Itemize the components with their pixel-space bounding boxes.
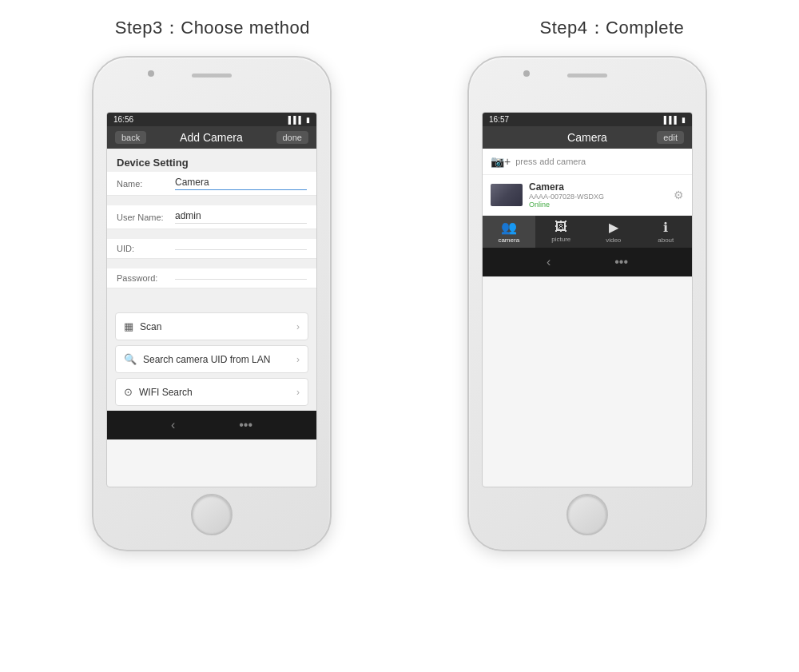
search-uid-label: Search camera UID from LAN (143, 354, 270, 365)
phone1-frame: 16:56 ▌▌▌ ▮ back Add Camera done Device … (92, 56, 332, 551)
username-input[interactable]: admin (175, 210, 307, 224)
tab-video-icon: ▶ (609, 220, 618, 235)
phone1-dots-nav[interactable]: ••• (239, 418, 252, 432)
gap2 (107, 229, 316, 239)
add-camera-icon: 📷+ (491, 155, 511, 168)
tab-video-label: video (606, 237, 621, 244)
phone2-dots-nav[interactable]: ••• (614, 255, 628, 269)
password-label: Password: (117, 273, 169, 283)
phone2-tab-bar: 👥 camera 🖼 picture ▶ video ℹ about (483, 216, 692, 248)
scan-menu-left: ▦ Scan (124, 320, 161, 332)
phone1-done-button[interactable]: done (276, 131, 308, 144)
password-input[interactable] (175, 277, 307, 280)
phone2-bottom-bar: ‹ ••• (483, 248, 692, 276)
phone2-battery: ▮ (682, 116, 686, 124)
phone2-screen: 16:57 ▌▌▌ ▮ Camera edit 📷+ press add cam… (482, 112, 693, 487)
search-uid-menu-item[interactable]: 🔍 Search camera UID from LAN › (115, 345, 308, 373)
step4-title: Step4：Complete (540, 16, 685, 40)
phone2-status-bar: 16:57 ▌▌▌ ▮ (483, 113, 692, 126)
tab-camera-icon: 👥 (501, 220, 517, 235)
uid-input[interactable] (175, 248, 307, 250)
page-header: Step3：Choose method Step4：Complete (0, 16, 799, 40)
username-field-row: User Name: admin (107, 205, 316, 229)
uid-field-row: UID: (107, 239, 316, 259)
camera-settings-icon[interactable]: ⚙ (674, 189, 684, 201)
add-camera-text: press add camera (515, 157, 586, 166)
phone2-speaker (567, 74, 607, 78)
phone1-time: 16:56 (113, 115, 133, 124)
phone2-content: 📷+ press add camera Camera AAAA-007028-W… (483, 149, 692, 216)
phone2-home-button[interactable] (566, 494, 608, 535)
phone2-signal: ▌▌▌ (664, 116, 679, 124)
phone2-time: 16:57 (489, 115, 509, 124)
username-label: User Name: (117, 213, 169, 222)
name-input[interactable]: Camera (175, 177, 307, 190)
wifi-icon: ⊙ (124, 386, 133, 398)
tab-about-label: about (658, 237, 674, 244)
tab-video[interactable]: ▶ video (587, 216, 640, 248)
camera-thumb-image (491, 184, 523, 206)
tab-camera[interactable]: 👥 camera (483, 216, 535, 248)
phone1-nav-bar: back Add Camera done (107, 126, 316, 149)
phone1-status-icons: ▌▌▌ ▮ (288, 116, 310, 124)
device-setting-title: Device Setting (107, 149, 316, 172)
tab-picture-icon: 🖼 (555, 220, 567, 234)
phone1-nav-title: Add Camera (180, 131, 243, 144)
scan-chevron: › (296, 321, 300, 332)
phone1-back-nav[interactable]: ‹ (171, 418, 175, 432)
scan-icon: ▦ (124, 320, 133, 332)
wifi-search-left: ⊙ WIFI Search (124, 386, 193, 398)
phone1-home-button[interactable] (191, 494, 233, 535)
gap4 (107, 288, 316, 298)
camera-info: Camera AAAA-007028-WSDXG Online (529, 181, 667, 209)
phone1-signal: ▌▌▌ (288, 116, 304, 124)
gap3 (107, 259, 316, 268)
password-field-row: Password: (107, 268, 316, 288)
phones-container: 16:56 ▌▌▌ ▮ back Add Camera done Device … (0, 56, 799, 551)
phone1-speaker (192, 74, 232, 78)
search-uid-chevron: › (296, 354, 300, 365)
gap1 (107, 196, 316, 205)
phone2-camera (523, 70, 530, 77)
tab-picture[interactable]: 🖼 picture (535, 216, 588, 248)
tab-about-icon: ℹ (663, 220, 668, 235)
wifi-chevron: › (296, 387, 300, 398)
uid-label: UID: (117, 244, 169, 253)
name-label: Name: (117, 179, 169, 189)
add-camera-row[interactable]: 📷+ press add camera (483, 149, 692, 175)
phone2-back-nav[interactable]: ‹ (547, 255, 551, 269)
phone1-content: Device Setting Name: Camera User Name: a… (107, 149, 316, 411)
phone2-nav-title: Camera (567, 131, 607, 144)
search-uid-left: 🔍 Search camera UID from LAN (124, 353, 270, 365)
camera-thumbnail (491, 184, 523, 206)
phone2-status-icons: ▌▌▌ ▮ (664, 116, 686, 124)
step3-title: Step3：Choose method (115, 16, 310, 40)
tab-picture-label: picture (551, 236, 570, 243)
phone2-nav-bar: Camera edit (483, 126, 692, 149)
scan-label: Scan (140, 321, 161, 332)
phone1-status-bar: 16:56 ▌▌▌ ▮ (107, 113, 316, 126)
phone1-bottom-bar: ‹ ••• (107, 411, 316, 439)
search-icon: 🔍 (124, 353, 137, 365)
tab-camera-label: camera (498, 237, 519, 244)
camera-list-item[interactable]: Camera AAAA-007028-WSDXG Online ⚙ (483, 175, 692, 216)
gap5 (107, 298, 316, 308)
phone1-screen: 16:56 ▌▌▌ ▮ back Add Camera done Device … (106, 112, 317, 487)
wifi-search-label: WIFI Search (139, 387, 193, 398)
phone2-frame: 16:57 ▌▌▌ ▮ Camera edit 📷+ press add cam… (467, 56, 707, 551)
phone2-edit-button[interactable]: edit (657, 131, 684, 144)
phone1-battery: ▮ (306, 116, 310, 124)
phone1-camera (148, 70, 154, 77)
tab-about[interactable]: ℹ about (640, 216, 693, 248)
camera-status: Online (529, 201, 667, 209)
camera-uid: AAAA-007028-WSDXG (529, 193, 667, 201)
name-field-row: Name: Camera (107, 172, 316, 196)
wifi-search-menu-item[interactable]: ⊙ WIFI Search › (115, 378, 308, 406)
camera-name: Camera (529, 181, 667, 193)
scan-menu-item[interactable]: ▦ Scan › (115, 312, 308, 340)
phone1-back-button[interactable]: back (115, 131, 146, 144)
